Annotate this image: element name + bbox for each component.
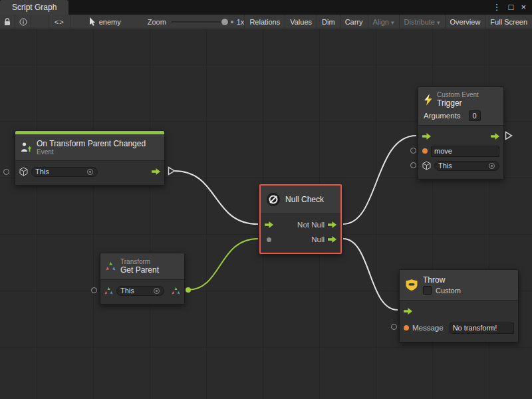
graph-toolbar: <> enemy Zoom 1x Relations Values Dim Ca… [0, 15, 532, 29]
wire-getparent-to-nullcheck[interactable] [188, 239, 258, 290]
lock-button[interactable] [0, 15, 15, 29]
align-button[interactable]: Align▾ [368, 15, 399, 29]
node-title: On Transform Parent Changed [37, 139, 146, 148]
custom-event-icon [424, 94, 433, 106]
getparent-target-port[interactable] [91, 287, 97, 293]
info-icon [19, 18, 27, 26]
window-controls: ⋮ □ × [493, 0, 532, 15]
this-dropdown[interactable]: This [116, 286, 164, 296]
distribute-button[interactable]: Distribute▾ [399, 15, 445, 29]
trigger-flow-output-port[interactable] [505, 131, 513, 140]
node-category: Transform [120, 258, 159, 265]
code-view-button[interactable]: <> [49, 15, 70, 29]
flow-input-port-icon[interactable] [422, 133, 431, 140]
message-field[interactable]: No transform! [450, 323, 514, 334]
overview-button[interactable]: Overview [445, 15, 485, 29]
this-dropdown-label: This [120, 287, 134, 295]
value-input-port[interactable] [267, 237, 271, 242]
graph-canvas[interactable]: On Transform Parent Changed Event This N… [0, 29, 532, 399]
custom-checkbox-label: Custom [436, 287, 461, 295]
node-title: Trigger [437, 98, 479, 108]
string-input-port[interactable] [422, 148, 428, 154]
trigger-name-port[interactable] [410, 148, 416, 154]
event-target-port[interactable] [3, 169, 9, 175]
flow-input-port-icon[interactable] [265, 221, 273, 228]
flow-output-port-icon[interactable] [152, 168, 160, 175]
string-input-port[interactable] [404, 325, 409, 331]
gameobject-cube-icon [19, 167, 28, 176]
arguments-field[interactable]: 0 [469, 110, 481, 121]
relations-button[interactable]: Relations [244, 15, 285, 29]
null-label: Null [311, 235, 325, 243]
zoom-value: 1x [237, 18, 245, 26]
align-label: Align [373, 18, 389, 26]
message-label: Message [412, 324, 444, 332]
graph-name-label: enemy [99, 18, 121, 26]
throw-message-port[interactable] [391, 324, 397, 330]
object-picker-icon [86, 168, 94, 176]
node-null-check[interactable]: Null Check Not Null Null [259, 184, 342, 254]
zoom-label: Zoom [148, 18, 166, 26]
wire-event-to-nullcheck[interactable] [174, 171, 258, 224]
transform-icon [104, 287, 113, 295]
flow-output-port-icon[interactable] [491, 133, 499, 140]
this-dropdown-label: This [438, 162, 452, 170]
chevron-down-icon: ▾ [437, 19, 440, 26]
flow-output-port-icon[interactable] [328, 236, 336, 243]
custom-checkbox[interactable] [423, 286, 432, 295]
node-category: Custom Event [437, 91, 479, 98]
info-button[interactable] [15, 15, 31, 29]
not-null-label: Not Null [297, 221, 325, 229]
flow-input-port-icon[interactable] [404, 308, 412, 315]
node-trigger-custom-event[interactable]: Custom Event Trigger Arguments 0 move [418, 86, 504, 180]
node-subtitle: Event [37, 148, 146, 156]
tab-script-graph[interactable]: Script Graph [0, 0, 68, 15]
maximize-icon[interactable]: □ [509, 0, 514, 15]
dim-button[interactable]: Dim [317, 15, 340, 29]
node-on-transform-parent-changed[interactable]: On Transform Parent Changed Event This [15, 130, 165, 186]
close-icon[interactable]: × [521, 0, 526, 15]
zoom-slider-track [172, 21, 226, 23]
this-dropdown[interactable]: This [434, 161, 499, 171]
zoom-slider-handle[interactable] [221, 18, 229, 26]
distribute-label: Distribute [404, 18, 435, 26]
kebab-menu-icon[interactable]: ⋮ [493, 0, 501, 15]
throw-icon [405, 279, 418, 291]
lock-icon [4, 18, 11, 26]
arguments-label: Arguments [424, 112, 461, 120]
cursor-icon [89, 17, 96, 26]
getparent-output-connected-port[interactable] [186, 287, 191, 293]
zoom-slider[interactable] [172, 15, 226, 29]
graph-breadcrumb[interactable]: enemy [85, 15, 125, 29]
node-title: Get Parent [120, 265, 159, 275]
node-throw[interactable]: Throw Custom Message No transform! [399, 269, 519, 342]
fullscreen-button[interactable]: Full Screen [485, 15, 532, 29]
window-tab-bar: Script Graph ⋮ □ × [0, 0, 532, 15]
values-button[interactable]: Values [285, 15, 317, 29]
transform-icon [106, 262, 116, 271]
object-picker-icon [153, 287, 160, 295]
carry-button[interactable]: Carry [340, 15, 368, 29]
object-picker-icon [488, 162, 495, 170]
event-flow-output-port[interactable] [168, 166, 176, 176]
this-dropdown-label: This [35, 168, 49, 176]
node-get-parent[interactable]: Transform Get Parent This [100, 253, 185, 305]
null-check-icon [266, 192, 281, 207]
gameobject-cube-icon [422, 161, 431, 170]
trigger-target-port[interactable] [410, 162, 416, 168]
this-dropdown[interactable]: This [31, 167, 98, 177]
wire-notnull-to-trigger[interactable] [343, 136, 416, 224]
node-title: Throw [423, 275, 461, 285]
wire-null-to-throw[interactable] [343, 239, 398, 310]
chevron-down-icon: ▾ [391, 19, 394, 26]
node-title: Null Check [285, 195, 324, 204]
event-name-field[interactable]: move [431, 146, 499, 157]
transform-parent-changed-icon [21, 142, 32, 152]
flow-output-port-icon[interactable] [328, 221, 336, 228]
transform-output-port-icon[interactable] [172, 287, 180, 295]
zoom-slider-end-dot [231, 21, 233, 23]
